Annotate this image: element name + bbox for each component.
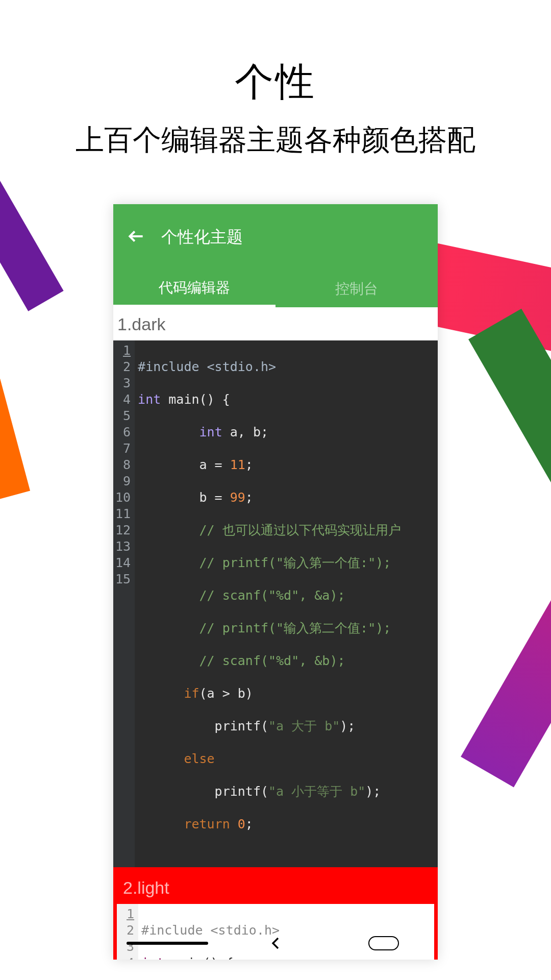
tab-console[interactable]: 控制台 xyxy=(276,271,438,307)
nav-home[interactable] xyxy=(330,936,438,950)
back-button[interactable] xyxy=(127,227,146,248)
code-preview-dark: 123456789101112131415 #include <stdio.h>… xyxy=(113,340,438,867)
appbar-title: 个性化主题 xyxy=(161,226,243,249)
theme-dark[interactable]: 1.dark 123456789101112131415 #include <s… xyxy=(113,307,438,867)
system-nav-bar xyxy=(113,927,438,960)
nav-recents[interactable] xyxy=(113,942,221,945)
tab-bar: 代码编辑器 控制台 xyxy=(113,271,438,307)
phone-frame: 个性化主题 代码编辑器 控制台 1.dark 12345678910111213… xyxy=(113,204,438,960)
svg-rect-0 xyxy=(369,937,398,950)
nav-back[interactable] xyxy=(221,933,330,953)
code-body: #include <stdio.h> int main() { int a, b… xyxy=(135,340,401,867)
page-title: 个性 xyxy=(0,56,551,109)
appbar: 个性化主题 xyxy=(113,204,438,271)
theme-list[interactable]: 1.dark 123456789101112131415 #include <s… xyxy=(113,307,438,960)
page-subtitle: 上百个编辑器主题各种颜色搭配 xyxy=(0,121,551,160)
gutter: 123456789101112131415 xyxy=(113,340,135,867)
arrow-left-icon xyxy=(127,227,146,246)
theme-dark-label: 1.dark xyxy=(113,307,438,340)
decor-stripe-green xyxy=(468,309,551,569)
theme-light-label: 2.light xyxy=(117,871,434,904)
tab-editor[interactable]: 代码编辑器 xyxy=(113,271,276,307)
